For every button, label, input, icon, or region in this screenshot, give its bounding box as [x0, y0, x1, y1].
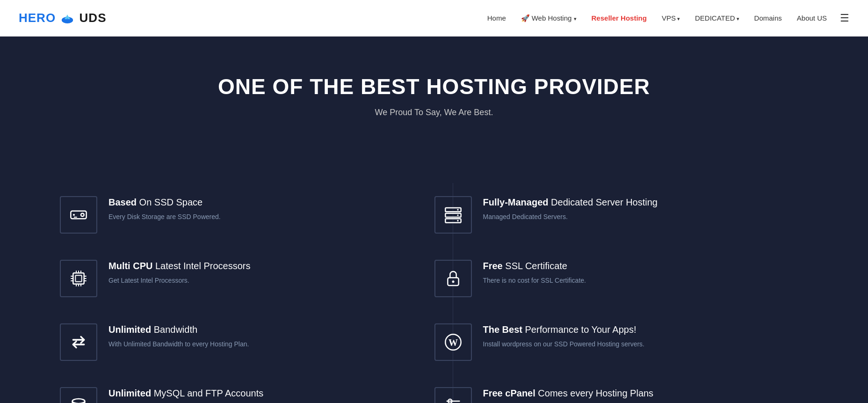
nav-item-home[interactable]: Home	[487, 14, 506, 22]
nav-item-about-us[interactable]: About US	[797, 14, 827, 22]
svg-point-34	[452, 280, 454, 283]
wordpress-icon-box: W	[434, 323, 472, 361]
nav-link-about-us[interactable]: About US	[797, 14, 827, 22]
nav-link-web-hosting[interactable]: 🚀Web Hosting	[521, 14, 577, 22]
feature-cpu: Multi CPU Latest Intel Processors Get La…	[60, 247, 434, 310]
ssl-icon-box	[434, 260, 472, 297]
cpu-icon-box	[60, 260, 97, 297]
features-left-col: Based On SSD Space Every Disk Storage ar…	[60, 183, 434, 403]
svg-rect-27	[445, 208, 461, 212]
cpanel-icon-box	[434, 387, 472, 403]
features-grid: Based On SSD Space Every Disk Storage ar…	[60, 183, 808, 403]
logo-cloud-icon	[56, 11, 79, 25]
svg-rect-11	[75, 275, 81, 281]
feature-ssl-desc: There is no cost for SSL Certificate.	[483, 276, 586, 286]
lock-icon	[444, 269, 463, 288]
arrows-icon	[69, 333, 88, 352]
feature-managed-desc: Managed Dedicated Servers.	[483, 212, 658, 222]
feature-ssd-desc: Every Disk Storage are SSD Powered.	[108, 212, 221, 222]
ssd-icon-box	[60, 196, 97, 234]
feature-cpanel-text: Free cPanel Comes every Hosting Plans Fr…	[483, 387, 654, 403]
nav-link-reseller-hosting[interactable]: Reseller Hosting	[592, 14, 647, 22]
feature-ssd: Based On SSD Space Every Disk Storage ar…	[60, 183, 434, 247]
feature-cpu-text: Multi CPU Latest Intel Processors Get La…	[108, 260, 250, 286]
feature-cpu-desc: Get Latest Intel Processors.	[108, 276, 250, 286]
feature-managed-title: Fully-Managed Dedicated Server Hosting	[483, 196, 658, 208]
rocket-icon: 🚀	[521, 14, 530, 22]
feature-bandwidth-title: Unlimited Bandwidth	[108, 323, 249, 336]
database-icon	[69, 396, 88, 403]
feature-mysql: Unlimited MySQL and FTP Accounts With th…	[60, 374, 434, 403]
nav-link-vps[interactable]: VPS	[662, 14, 680, 22]
feature-mysql-text: Unlimited MySQL and FTP Accounts With th…	[108, 387, 263, 403]
nav-menu: Home 🚀Web Hosting Reseller Hosting VPS D…	[487, 14, 827, 22]
nav-item-domains[interactable]: Domains	[754, 14, 782, 22]
svg-point-26	[72, 399, 85, 403]
svg-rect-29	[445, 219, 461, 222]
wordpress-icon: W	[444, 333, 463, 352]
svg-point-8	[81, 213, 84, 217]
nav-link-domains[interactable]: Domains	[754, 14, 782, 22]
features-right-col: Fully-Managed Dedicated Server Hosting M…	[434, 183, 809, 403]
logo-hero-text: HERO	[19, 11, 56, 25]
feature-ssl-text: Free SSL Certificate There is no cost fo…	[483, 260, 586, 286]
feature-bandwidth-desc: With Unlimited Bandwidth to every Hostin…	[108, 339, 249, 349]
cpu-icon	[69, 269, 88, 288]
feature-mysql-title: Unlimited MySQL and FTP Accounts	[108, 387, 263, 399]
feature-ssd-title: Based On SSD Space	[108, 196, 221, 208]
svg-text:W: W	[448, 337, 458, 348]
navbar: HERO UDS Home 🚀Web Hosting Reseller Ho	[0, 0, 868, 37]
feature-managed: Fully-Managed Dedicated Server Hosting M…	[434, 183, 809, 247]
feature-cpanel: Free cPanel Comes every Hosting Plans Fr…	[434, 374, 809, 403]
features-section: Based On SSD Space Every Disk Storage ar…	[0, 174, 868, 403]
nav-item-dedicated[interactable]: DEDICATED	[695, 14, 739, 22]
feature-ssl: Free SSL Certificate There is no cost fo…	[434, 247, 809, 310]
feature-ssd-text: Based On SSD Space Every Disk Storage ar…	[108, 196, 221, 222]
logo-uds-text: UDS	[80, 11, 107, 25]
logo[interactable]: HERO UDS	[19, 11, 107, 25]
nav-item-reseller-hosting[interactable]: Reseller Hosting	[592, 14, 647, 22]
hamburger-icon[interactable]: ☰	[840, 12, 849, 24]
feature-bandwidth: Unlimited Bandwidth With Unlimited Bandw…	[60, 310, 434, 374]
feature-ssl-title: Free SSL Certificate	[483, 260, 586, 272]
feature-wordpress: W The Best Performance to Your Apps! Ins…	[434, 310, 809, 374]
svg-point-31	[457, 214, 458, 216]
feature-wordpress-title: The Best Performance to Your Apps!	[483, 323, 644, 336]
feature-cpanel-title: Free cPanel Comes every Hosting Plans	[483, 387, 654, 399]
nav-link-dedicated[interactable]: DEDICATED	[695, 14, 739, 22]
svg-rect-10	[73, 273, 84, 284]
svg-rect-28	[445, 213, 461, 217]
hero-title: ONE OF THE BEST HOSTING PROVIDER	[19, 74, 849, 99]
svg-point-30	[457, 209, 458, 211]
mysql-icon-box	[60, 387, 97, 403]
feature-managed-text: Fully-Managed Dedicated Server Hosting M…	[483, 196, 658, 222]
hero-subtitle: We Proud To Say, We Are Best.	[19, 108, 849, 117]
feature-bandwidth-text: Unlimited Bandwidth With Unlimited Bandw…	[108, 323, 249, 349]
nav-item-web-hosting[interactable]: 🚀Web Hosting	[521, 14, 577, 22]
svg-point-32	[457, 220, 458, 221]
servers-icon	[444, 205, 463, 224]
nav-item-vps[interactable]: VPS	[662, 14, 680, 22]
nav-link-home[interactable]: Home	[487, 14, 506, 22]
managed-icon-box	[434, 196, 472, 234]
sliders-icon	[444, 396, 463, 403]
bandwidth-icon-box	[60, 323, 97, 361]
feature-wordpress-text: The Best Performance to Your Apps! Insta…	[483, 323, 644, 349]
feature-cpu-title: Multi CPU Latest Intel Processors	[108, 260, 250, 272]
hdd-icon	[69, 205, 88, 224]
feature-wordpress-desc: Install wordpress on our SSD Powered Hos…	[483, 339, 644, 349]
hero-section: ONE OF THE BEST HOSTING PROVIDER We Prou…	[0, 37, 868, 174]
